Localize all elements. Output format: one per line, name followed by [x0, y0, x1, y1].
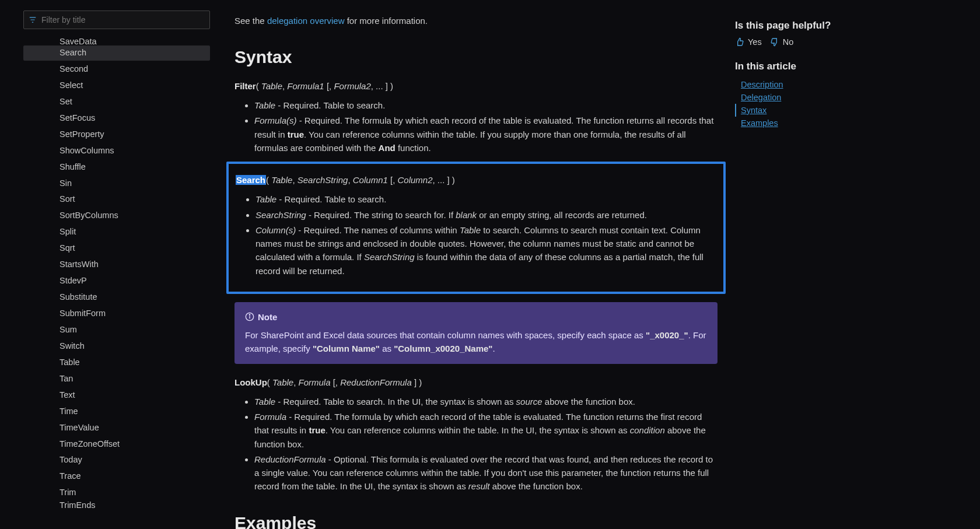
search-signature: Search( Table, SearchString, Column1 [, … [236, 173, 716, 187]
nav-item[interactable]: Sort [23, 192, 210, 207]
intro-paragraph: See the delegation overview for more inf… [235, 14, 718, 27]
nav-item[interactable]: ShowColumns [23, 143, 210, 159]
filter-params: Table - Required. Table to search. Formu… [254, 99, 718, 155]
nav-item[interactable]: Trace [23, 469, 210, 484]
nav-item[interactable]: TimeZoneOffset [23, 437, 210, 452]
thumbs-down-icon [770, 37, 779, 47]
nav-item[interactable]: SubmitForm [23, 306, 210, 321]
nav-item[interactable]: Sqrt [23, 241, 210, 256]
toc-item[interactable]: Syntax [735, 104, 866, 117]
nav-item[interactable]: Second [23, 62, 210, 77]
nav-item[interactable]: Time [23, 404, 210, 419]
nav-item[interactable]: Split [23, 225, 210, 240]
toc: DescriptionDelegationSyntaxExamples [735, 78, 866, 129]
filter-signature: Filter( Table, Formula1 [, Formula2, ...… [235, 79, 718, 93]
note-title: Note [258, 310, 277, 324]
filter-input[interactable] [37, 15, 205, 24]
svg-point-2 [249, 314, 250, 315]
article: See the delegation overview for more inf… [210, 6, 735, 529]
right-rail: Is this page helpful? Yes No In this art… [735, 6, 875, 529]
nav-list[interactable]: SaveData SearchSecondSelectSetSetFocusSe… [23, 36, 210, 529]
nav-item[interactable]: StdevP [23, 274, 210, 289]
nav-item[interactable]: Switch [23, 339, 210, 354]
delegation-link[interactable]: delegation overview [267, 16, 345, 26]
note-box: Note For SharePoint and Excel data sourc… [235, 302, 718, 364]
filter-icon [29, 16, 37, 24]
lookup-params: Table - Required. Table to search. In th… [254, 395, 718, 493]
and-link[interactable]: And [379, 143, 396, 153]
nav-item[interactable]: Table [23, 355, 210, 370]
nav-item[interactable]: Search [23, 45, 210, 61]
note-body: For SharePoint and Excel data sources th… [245, 328, 707, 356]
nav-item[interactable]: TimeValue [23, 421, 210, 436]
nav-item[interactable]: Trim [23, 485, 210, 500]
info-icon [245, 312, 254, 321]
nav-item[interactable]: SetProperty [23, 127, 210, 142]
nav-item[interactable]: Substitute [23, 290, 210, 305]
toc-item[interactable]: Examples [735, 117, 866, 129]
lookup-signature: LookUp( Table, Formula [, ReductionFormu… [235, 376, 718, 389]
nav-item[interactable]: Select [23, 78, 210, 93]
nav-item[interactable]: Shuffle [23, 160, 210, 175]
search-highlight: Search( Table, SearchString, Column1 [, … [226, 162, 726, 294]
nav-item[interactable]: StartsWith [23, 257, 210, 272]
nav-item[interactable]: SetFocus [23, 111, 210, 126]
nav-item[interactable]: Today [23, 453, 210, 468]
nav-item[interactable]: Sum [23, 323, 210, 338]
toc-item[interactable]: Delegation [735, 91, 866, 104]
nav-item[interactable]: Set [23, 94, 210, 110]
feedback-yes[interactable]: Yes [735, 37, 762, 47]
nav-item[interactable]: SortByColumns [23, 208, 210, 223]
heading-syntax: Syntax [235, 44, 718, 71]
nav-item[interactable]: Sin [23, 176, 210, 191]
helpful-heading: Is this page helpful? [735, 20, 866, 31]
sidebar: SaveData SearchSecondSelectSetSetFocusSe… [0, 6, 210, 529]
search-params: Table - Required. Table to search. Searc… [256, 192, 716, 278]
nav-item-cut-bot[interactable]: TrimEnds [23, 502, 210, 510]
nav-item[interactable]: Tan [23, 372, 210, 387]
in-article-heading: In this article [735, 61, 866, 72]
nav-item-cut-top[interactable]: SaveData [23, 37, 210, 44]
toc-item[interactable]: Description [735, 78, 866, 91]
thumbs-up-icon [735, 37, 744, 47]
feedback-no[interactable]: No [770, 37, 794, 47]
heading-examples: Examples [235, 510, 718, 530]
filter-container [23, 10, 210, 29]
nav-item[interactable]: Text [23, 388, 210, 403]
